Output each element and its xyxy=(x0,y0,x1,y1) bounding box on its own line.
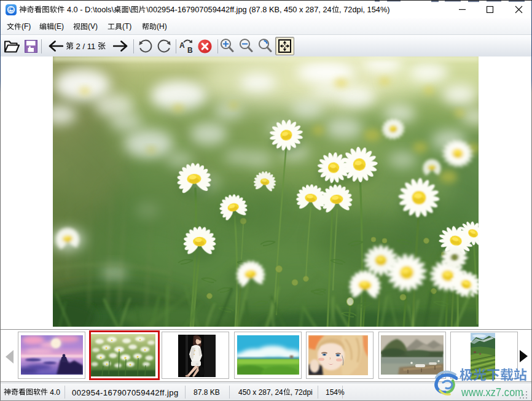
svg-text:B: B xyxy=(187,46,193,54)
